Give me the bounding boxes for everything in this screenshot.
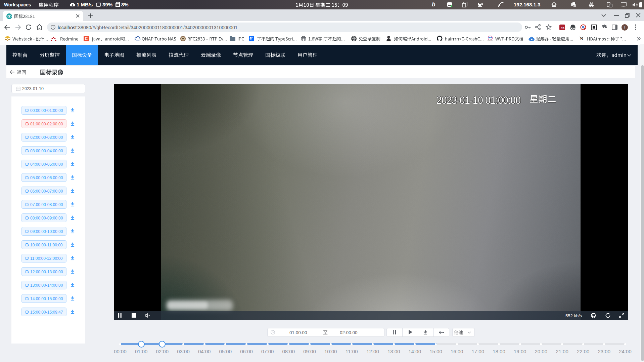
svg-text:WVP-PRO: WVP-PRO — [488, 40, 493, 42]
